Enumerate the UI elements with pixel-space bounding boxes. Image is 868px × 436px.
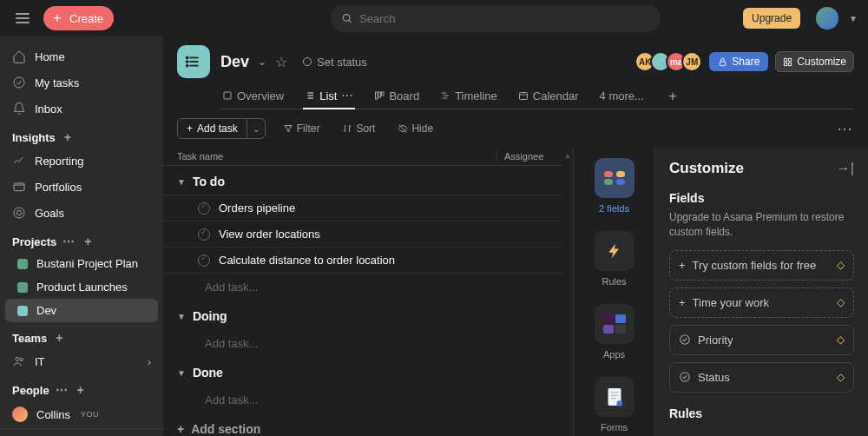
toolbar-more-icon[interactable]: ⋯ xyxy=(837,119,854,138)
field-status[interactable]: Status ◇ xyxy=(669,362,854,393)
svg-point-7 xyxy=(20,358,23,360)
svg-point-2 xyxy=(14,77,24,88)
svg-line-1 xyxy=(349,20,351,22)
avatar-icon xyxy=(12,406,28,422)
share-button[interactable]: Share xyxy=(709,52,768,71)
section-header[interactable]: ▼To do xyxy=(163,166,562,195)
collapse-icon[interactable]: →| xyxy=(837,161,854,176)
folder-icon xyxy=(12,180,26,194)
section-header[interactable]: ▼Done xyxy=(163,357,562,386)
plus-icon[interactable]: + xyxy=(61,130,75,144)
star-icon[interactable]: ☆ xyxy=(275,54,287,70)
plus-icon[interactable]: + xyxy=(52,331,66,345)
complete-checkbox[interactable] xyxy=(198,202,210,215)
rail-fields[interactable]: 2 fields xyxy=(595,158,635,214)
try-custom-fields[interactable]: + Try custom fields for free ◇ xyxy=(669,250,854,281)
user-avatar[interactable] xyxy=(816,7,838,30)
rail-rules[interactable]: Rules xyxy=(595,231,635,287)
project-label: Bustani Project Plan xyxy=(36,257,138,270)
search-input-wrap[interactable] xyxy=(331,4,661,32)
project-color-chip xyxy=(17,282,28,293)
add-task-dropdown[interactable]: ⌄ xyxy=(247,118,266,139)
avatar: JM xyxy=(681,51,702,72)
field-priority[interactable]: Priority ◇ xyxy=(669,325,854,355)
search-input[interactable] xyxy=(359,12,650,25)
scroll-up-icon: ▲ xyxy=(564,151,572,160)
add-task-button[interactable]: +Add task xyxy=(177,118,247,139)
sort-button[interactable]: Sort xyxy=(337,119,380,138)
add-task-inline[interactable]: Add task... xyxy=(163,274,562,301)
add-task-inline[interactable]: Add task... xyxy=(163,330,562,357)
filter-button[interactable]: Filter xyxy=(278,119,326,138)
task-row[interactable]: Calculate distance to order location xyxy=(163,247,562,274)
nav-portfolios[interactable]: Portfolios xyxy=(0,174,163,200)
project-item[interactable]: Product Launches xyxy=(5,275,158,299)
you-tag: YOU xyxy=(81,410,99,419)
project-label: Dev xyxy=(36,304,56,317)
upgrade-button[interactable]: Upgrade xyxy=(743,8,800,29)
chevron-down-icon[interactable]: ⌄ xyxy=(258,56,266,68)
complete-checkbox[interactable] xyxy=(198,228,210,241)
section-header[interactable]: ▼Doing xyxy=(163,301,562,330)
menu-toggle[interactable] xyxy=(10,6,35,30)
grid-icon xyxy=(783,57,792,67)
team-item[interactable]: IT › xyxy=(0,348,163,374)
add-section-button[interactable]: +Add section xyxy=(163,413,562,436)
teams-heading: Teams + xyxy=(0,322,163,348)
chevron-down-icon[interactable]: ▼ xyxy=(849,14,858,23)
nav-home[interactable]: Home xyxy=(0,43,163,69)
plus-icon[interactable]: + xyxy=(81,235,95,248)
project-item[interactable]: Bustani Project Plan xyxy=(5,252,158,275)
customize-button[interactable]: Customize xyxy=(775,51,854,72)
nav-reporting[interactable]: Reporting xyxy=(0,148,163,174)
tab-more[interactable]: 4 more... xyxy=(598,84,646,109)
rules-heading: Rules xyxy=(669,406,854,420)
time-your-work[interactable]: + Time your work ◇ xyxy=(669,287,854,318)
set-status-button[interactable]: Set status xyxy=(303,56,367,69)
eye-off-icon xyxy=(398,123,408,134)
svg-point-6 xyxy=(16,357,19,360)
svg-rect-36 xyxy=(604,179,613,185)
board-icon xyxy=(374,90,385,101)
fields-icon xyxy=(595,158,635,198)
create-button[interactable]: + Create xyxy=(43,6,114,30)
plus-icon: + xyxy=(49,10,66,27)
status-dot-icon xyxy=(303,57,312,66)
tab-board[interactable]: Board xyxy=(372,84,421,109)
rail-apps[interactable]: Apps xyxy=(595,304,635,360)
tab-timeline[interactable]: Timeline xyxy=(438,84,499,109)
plus-icon: + xyxy=(679,259,686,272)
premium-badge-icon: ◇ xyxy=(837,259,845,271)
complete-checkbox[interactable] xyxy=(198,254,210,267)
hide-button[interactable]: Hide xyxy=(392,119,438,138)
add-tab-button[interactable]: + xyxy=(663,87,682,106)
target-icon xyxy=(12,206,26,220)
task-row[interactable]: View order locations xyxy=(163,221,562,248)
right-rail: 2 fields Rules Apps Forms xyxy=(573,148,654,436)
nav-goals[interactable]: Goals xyxy=(0,200,163,226)
more-icon[interactable]: ⋯ xyxy=(55,383,69,397)
task-row[interactable]: Orders pipeline xyxy=(163,195,562,221)
add-task-inline[interactable]: Add task... xyxy=(163,386,562,413)
nav-my-tasks[interactable]: My tasks xyxy=(0,69,163,96)
project-icon xyxy=(177,45,210,78)
nav-label: Inbox xyxy=(35,102,62,116)
svg-rect-16 xyxy=(720,62,726,66)
create-label: Create xyxy=(69,12,103,25)
tab-overview[interactable]: Overview xyxy=(220,84,286,109)
nav-inbox[interactable]: Inbox xyxy=(0,96,163,122)
plus-icon[interactable]: + xyxy=(74,383,88,397)
people-item[interactable]: Collins YOU xyxy=(0,400,163,428)
project-item-active[interactable]: Dev xyxy=(5,299,158,322)
tab-list[interactable]: List⋯ xyxy=(303,83,355,109)
caret-down-icon: ▼ xyxy=(177,177,186,187)
rail-forms[interactable]: Forms xyxy=(595,377,635,433)
more-icon[interactable]: ⋯ xyxy=(62,235,76,248)
tab-more-icon[interactable]: ⋯ xyxy=(341,89,353,102)
scrollbar[interactable]: ▲ xyxy=(562,148,573,436)
tab-calendar[interactable]: Calendar xyxy=(516,84,581,109)
member-avatars[interactable]: AK ma JM xyxy=(635,51,702,72)
column-task-name: Task name xyxy=(177,151,496,162)
plus-icon: + xyxy=(187,122,193,135)
chart-icon xyxy=(12,154,26,168)
